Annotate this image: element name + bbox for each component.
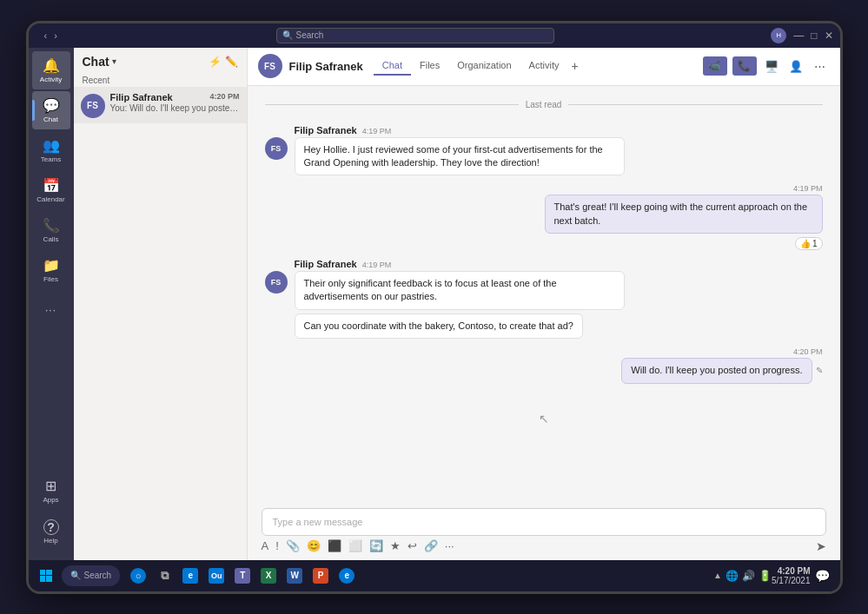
audio-call-button[interactable]: 📞 — [732, 56, 757, 76]
sidebar-item-teams[interactable]: 👥 Teams — [32, 131, 70, 169]
divider-line-right — [568, 104, 822, 105]
network-icon[interactable]: 🌐 — [726, 570, 739, 582]
link-icon[interactable]: 🔗 — [424, 539, 438, 552]
taskbar-edge[interactable]: e — [179, 564, 202, 587]
chat-panel-tools: ⚡ ✏️ — [209, 56, 238, 68]
more-toolbar[interactable]: ··· — [445, 539, 454, 552]
chat-list-item[interactable]: FS Filip Safranek 4:20 PM You: Will do. … — [74, 87, 247, 123]
conversation-avatar: FS — [258, 54, 282, 78]
sidebar-item-help[interactable]: ? Help — [32, 513, 70, 551]
title-bar-search[interactable]: 🔍 Search — [276, 28, 554, 43]
notif-icon: 💬 — [815, 569, 830, 583]
chat-panel: Chat ▾ ⚡ ✏️ Recent FS Filip Safranek 4:2… — [74, 48, 248, 560]
taskbar-search[interactable]: 🔍 Search — [62, 565, 121, 586]
sidebar-item-calendar[interactable]: 📅 Calendar — [32, 171, 70, 209]
taskbar-powerpoint[interactable]: P — [309, 564, 332, 587]
chat-icon: 💬 — [43, 97, 60, 114]
message-input-area: Type a new message A ! 📎 😊 ⬛ ⬜ 🔄 ★ ↩ 🔗 ·… — [248, 501, 840, 560]
taskbar-word[interactable]: W — [283, 564, 306, 587]
chat-section-label: Recent — [74, 72, 247, 87]
gif-icon[interactable]: ⬛ — [328, 539, 341, 552]
msg-bubble-4: Will do. I'll keep you posted on progres… — [621, 358, 812, 383]
tab-chat[interactable]: Chat — [374, 56, 411, 76]
start-button[interactable] — [34, 564, 58, 588]
taskbar-outlook[interactable]: Ou — [205, 564, 228, 587]
msg-sender-row-1: Filip Safranek 4:19 PM — [295, 125, 625, 135]
apps-icon: ⊞ — [45, 478, 56, 494]
video-icon: 📹 — [708, 60, 721, 72]
chat-panel-title: Chat — [83, 55, 109, 69]
chat-title-dropdown[interactable]: ▾ — [112, 56, 116, 66]
tab-files[interactable]: Files — [411, 56, 448, 76]
taskbar-teams[interactable]: T — [231, 564, 254, 587]
more-options-button[interactable]: ⋯ — [811, 56, 830, 76]
taskbar-taskview[interactable]: ⧉ — [153, 564, 176, 587]
user-avatar[interactable]: H — [771, 28, 786, 43]
clock-date: 5/17/2021 — [772, 576, 811, 585]
add-tab-button[interactable]: + — [567, 59, 581, 73]
taskbar-clock[interactable]: 4:20 PM 5/17/2021 — [772, 566, 811, 585]
cursor-indicator: ↖ — [539, 412, 549, 426]
msg-bubble-3b: Can you coordinate with the bakery, Cont… — [295, 314, 583, 339]
send-button[interactable]: ➤ — [816, 539, 826, 553]
bold-icon[interactable]: ! — [275, 539, 279, 552]
msg-sender-1: Filip Safranek — [295, 125, 357, 135]
sticker-icon[interactable]: ⬜ — [348, 539, 362, 552]
undo-icon[interactable]: ↩ — [407, 539, 417, 552]
emoji-icon[interactable]: 😊 — [307, 539, 321, 552]
tab-organization[interactable]: Organization — [448, 56, 520, 76]
taskbar-excel[interactable]: X — [257, 564, 280, 587]
systray-up-arrow[interactable]: ▲ — [713, 571, 722, 580]
minimize-button[interactable]: — — [793, 30, 804, 42]
reaction-count: 1 — [812, 239, 818, 248]
msg-bubble-1: Hey Hollie. I just reviewed some of your… — [295, 137, 625, 176]
screen-share-button[interactable]: 🖥️ — [762, 56, 781, 76]
battery-icon[interactable]: 🔋 — [759, 570, 772, 582]
search-icon: 🔍 — [282, 30, 293, 40]
msg-sender-3: Filip Safranek — [295, 259, 357, 269]
sidebar-item-apps[interactable]: ⊞ Apps — [32, 472, 70, 510]
contact-avatar: FS — [81, 94, 105, 118]
notification-button[interactable]: 💬 — [811, 564, 835, 588]
sidebar-item-calls[interactable]: 📞 Calls — [32, 211, 70, 249]
sidebar-item-chat[interactable]: 💬 Chat — [32, 91, 70, 129]
attach-icon[interactable]: 📎 — [286, 539, 300, 552]
sidebar-item-activity[interactable]: 🔔 Activity — [32, 51, 70, 89]
last-read-divider: Last read — [265, 100, 823, 109]
calls-icon: 📞 — [43, 217, 60, 234]
volume-icon[interactable]: 🔊 — [742, 570, 755, 582]
tab-activity[interactable]: Activity — [520, 56, 568, 76]
phone-icon: 📞 — [738, 60, 751, 72]
filter-icon[interactable]: ⚡ — [209, 56, 222, 68]
clock-time: 4:20 PM — [772, 566, 811, 576]
contact-name: Filip Safranek 4:20 PM — [110, 92, 240, 102]
ellipsis-icon: ⋯ — [814, 60, 825, 73]
edit-icon[interactable]: ✏️ — [225, 56, 238, 68]
app-body: 🔔 Activity 💬 Chat 👥 Teams 📅 Calendar 📞 C… — [29, 48, 840, 560]
praise-icon[interactable]: ★ — [390, 539, 401, 552]
message-group-4: 4:20 PM Will do. I'll keep you posted on… — [265, 347, 823, 383]
taskbar-edge2[interactable]: e — [335, 564, 358, 587]
add-person-button[interactable]: 👤 — [786, 56, 805, 76]
messages-area: Last read FS Filip Safranek 4:19 PM Hey … — [248, 86, 840, 501]
format-icon[interactable]: A — [262, 539, 269, 552]
back-arrow[interactable]: ‹ — [43, 30, 50, 41]
taskbar-cortana[interactable]: ○ — [127, 564, 149, 587]
forward-arrow[interactable]: › — [52, 30, 59, 41]
loop-icon[interactable]: 🔄 — [369, 539, 383, 552]
video-call-button[interactable]: 📹 — [703, 56, 727, 76]
windows-logo — [40, 570, 52, 582]
share-icon: 🖥️ — [765, 60, 779, 73]
sidebar-item-files[interactable]: 📁 Files — [32, 251, 70, 289]
edit-sent-icon[interactable]: ✎ — [816, 366, 823, 375]
sidebar-label-help: Help — [43, 537, 57, 545]
msg-reaction-2: 👍 1 — [795, 237, 823, 250]
message-input-box[interactable]: Type a new message — [262, 508, 826, 536]
files-icon: 📁 — [43, 257, 60, 274]
sidebar-bottom: ⊞ Apps ? Help — [32, 472, 70, 560]
maximize-button[interactable]: □ — [811, 30, 817, 42]
title-bar-right: H — □ ✕ — [771, 28, 832, 43]
sidebar-item-more[interactable]: ··· — [32, 291, 70, 329]
main-area: FS Filip Safranek Chat Files Organizatio… — [248, 48, 840, 560]
close-button[interactable]: ✕ — [825, 30, 833, 42]
